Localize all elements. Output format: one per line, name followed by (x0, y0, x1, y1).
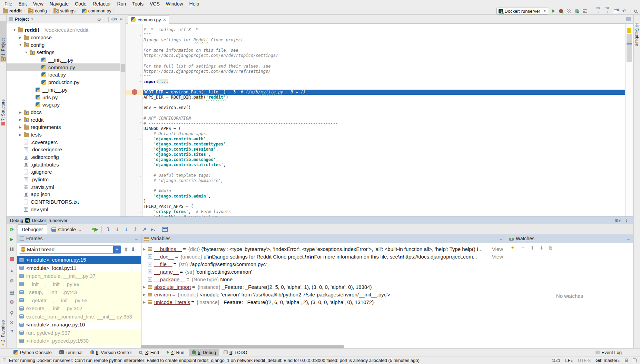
help-icon[interactable]: ? (7, 329, 17, 334)
frame-item[interactable]: import_module, __init__.py:37 (17, 272, 141, 280)
frame-item[interactable]: <module>, manage.py:10 (17, 321, 141, 329)
step-into-icon[interactable]: ⤓ (113, 226, 122, 232)
remove-watch-icon[interactable]: － (520, 245, 525, 251)
tree-item--gitattributes[interactable]: .gitattributes (7, 161, 121, 168)
variable-row[interactable]: v__file__={str}'/app/config/settings/com… (141, 260, 506, 268)
frame-item[interactable]: <module>, common.py:15 (17, 256, 141, 264)
menu-help[interactable]: Help (186, 1, 203, 7)
search-everywhere-button[interactable] (634, 10, 637, 13)
variable-row[interactable]: ▶absolute_import={instance}_Feature: _Fe… (141, 283, 506, 291)
tree-item-CONTRIBUTORS-txt[interactable]: CONTRIBUTORS.txt (7, 198, 121, 206)
concurrency-button[interactable] (583, 9, 587, 13)
tree-item-local-py[interactable]: local.py (7, 71, 121, 79)
evaluate-arrow-icon[interactable]: ▸ₓ (149, 226, 158, 232)
frame-item[interactable]: run, pydevd.py:937 (17, 329, 141, 337)
recent-changes-button[interactable] (614, 9, 618, 13)
tree-item--pylintrc[interactable]: .pylintrc (7, 176, 121, 183)
add-watch-icon[interactable]: ＋ (510, 245, 515, 251)
menu-view[interactable]: View (30, 1, 47, 7)
chevron-down-icon[interactable]: ▼ (113, 246, 121, 253)
variable-row[interactable]: v__package__={NoneType}None (141, 275, 506, 283)
variable-row[interactable]: ▶environ={module}<module 'environ' from … (141, 291, 506, 298)
undo-button[interactable]: ↶ (622, 8, 626, 14)
gear-icon[interactable]: ⚙▾ (614, 218, 621, 223)
move-down-icon[interactable]: ⬇ (540, 245, 544, 251)
tree-item-common-py[interactable]: common.py (7, 63, 121, 71)
breadcrumb-item[interactable]: common.py (82, 8, 111, 13)
fold-marker-icon[interactable]: ⌄ (139, 32, 142, 38)
tree-item-reddit[interactable]: ▼reddit~/cookiecutter/reddit (7, 26, 121, 34)
move-up-icon[interactable]: ⬆ (530, 245, 534, 251)
chevron-expanded-icon[interactable]: ▼ (24, 51, 28, 54)
close-icon[interactable]: ✕ (7, 320, 17, 325)
fold-marker-icon[interactable]: + (139, 79, 142, 84)
line-ending[interactable]: LF⇕ (565, 358, 573, 363)
tree-item--init-py[interactable]: __init__.py (7, 86, 121, 94)
tree-item-app-json[interactable]: app.json (7, 191, 121, 198)
toolwindow-5-debug[interactable]: 5: Debug (189, 349, 219, 356)
coverage-button[interactable] (567, 9, 571, 13)
pause-icon[interactable] (7, 247, 17, 252)
debug-button[interactable] (559, 9, 563, 13)
menu-code[interactable]: Code (72, 1, 89, 7)
menu-file[interactable]: File (1, 1, 16, 7)
debug-tab-debugger[interactable]: Debugger (18, 224, 47, 234)
fold-marker-icon[interactable]: ⌃ (139, 194, 142, 199)
frame-up-icon[interactable]: ⬆ (124, 246, 128, 253)
settings-icon[interactable]: ⚙ (7, 299, 17, 305)
menu-window[interactable]: Window (163, 1, 186, 7)
toolwindow-terminal[interactable]: >Terminal (56, 349, 86, 356)
step-out-icon[interactable]: ⤴ (131, 226, 140, 232)
run-to-cursor-icon[interactable]: ↗ (140, 226, 149, 232)
chevron-collapsed-icon[interactable]: ▶ (19, 118, 22, 121)
project-panel-title[interactable]: Project▾ (9, 17, 34, 22)
tree-item--travis-yml[interactable]: .travis.yml (7, 183, 121, 191)
rerun-icon[interactable]: ⟳ (7, 227, 17, 232)
close-icon[interactable]: ✕ (163, 18, 166, 22)
menu-vcs[interactable]: VCS (147, 1, 163, 7)
frame-item[interactable]: execute, __init__.py:302 (17, 304, 141, 313)
breadcrumb-item[interactable]: reddit (3, 8, 22, 13)
tree-item-reddit[interactable]: ▶reddit (7, 116, 121, 123)
collapse-all-icon[interactable]: ÷ (104, 17, 106, 22)
menu-navigate[interactable]: Navigate (47, 1, 72, 7)
tree-item-urls-py[interactable]: urls.py (7, 93, 121, 101)
stop-icon[interactable] (7, 256, 17, 262)
fold-marker-icon[interactable]: ⌃ (139, 121, 142, 126)
lock-icon[interactable] (625, 360, 628, 362)
frame-item[interactable]: __init__, __init__.py:99 (17, 280, 141, 289)
sidebar-tab-database[interactable]: Database (634, 22, 640, 64)
chevron-collapsed-icon[interactable]: ▶ (143, 293, 148, 296)
toolwindow-event-log[interactable]: Event Log (592, 349, 625, 356)
chevron-expanded-icon[interactable]: ▼ (19, 43, 22, 47)
hide-panel-icon[interactable]: ⇤ (120, 17, 124, 22)
tree-item-tests[interactable]: ▶tests (7, 131, 121, 139)
variable-row[interactable]: v__doc__={unicode}u'\nDjango settings fo… (141, 253, 506, 260)
sidebar-tab-structure[interactable]: 7: Structure (0, 79, 6, 127)
code-editor[interactable]: # -*- coding: utf-8 -*-"""Django setting… (143, 24, 625, 216)
vcs-update-button[interactable]: ↓ (595, 8, 601, 14)
thread-selector[interactable]: MainThread▼ (19, 245, 121, 254)
locate-icon[interactable]: ⊙ (97, 17, 101, 22)
evaluate-expression-icon[interactable] (162, 227, 168, 232)
frame-down-icon[interactable]: ⬇ (131, 246, 136, 253)
variable-row[interactable]: v__name__={str}'config.settings.common' (141, 268, 506, 275)
project-scrollbar[interactable] (120, 23, 126, 216)
fold-marker-icon[interactable]: ⌄ (139, 210, 142, 215)
hector-icon[interactable] (633, 358, 637, 362)
fold-marker-icon[interactable]: ⌄ (139, 173, 142, 178)
chevron-collapsed-icon[interactable]: ▶ (143, 247, 148, 251)
toolwindow-4-run[interactable]: 4: Run (164, 349, 187, 356)
sidebar-tab-favorites[interactable]: 2: Favorites★ (0, 322, 6, 347)
fold-marker-icon[interactable]: ⌃ (139, 189, 142, 194)
tree-item--dockerignore[interactable]: .dockerignore (7, 146, 121, 153)
breadcrumb-item[interactable]: config (28, 8, 47, 13)
tree-item-config[interactable]: ▼config (7, 41, 121, 49)
frame-item[interactable]: __getattr__, __init__.py:55 (17, 296, 141, 305)
tree-item--coveragerc[interactable]: .coveragerc (7, 138, 121, 146)
toolwindow-9-version-control[interactable]: 9: Version Control (87, 349, 135, 356)
gear-icon[interactable]: ⚙▾ (111, 17, 117, 22)
fold-marker-icon[interactable]: ⌃ (139, 74, 142, 79)
frame-item[interactable]: <module>, local.py:11 (17, 264, 141, 272)
view-breakpoints-icon[interactable]: ● (7, 268, 17, 274)
